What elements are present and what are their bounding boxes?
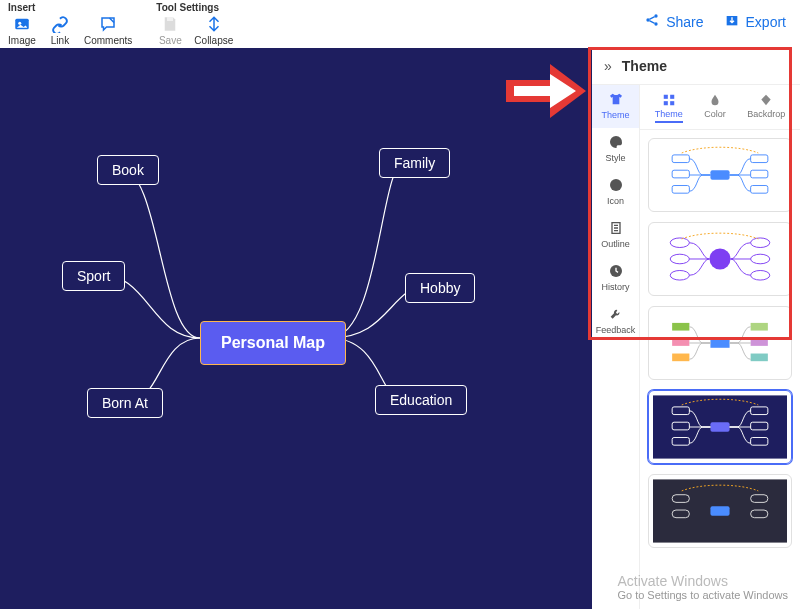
theme-panel: » Theme Theme Style Icon Outline Hist bbox=[592, 48, 800, 609]
subtab-theme[interactable]: Theme bbox=[651, 91, 687, 125]
svg-rect-10 bbox=[663, 101, 667, 105]
svg-point-19 bbox=[709, 248, 730, 269]
panel-header: » Theme bbox=[592, 48, 800, 85]
collapse-icon bbox=[205, 15, 223, 33]
svg-rect-27 bbox=[672, 323, 689, 331]
vtab-feedback-label: Feedback bbox=[596, 325, 636, 335]
svg-rect-14 bbox=[672, 170, 689, 178]
vtab-history[interactable]: History bbox=[592, 257, 639, 300]
link-icon bbox=[51, 15, 69, 33]
link-button[interactable]: Link bbox=[46, 15, 74, 46]
vtab-feedback[interactable]: Feedback bbox=[592, 300, 639, 343]
clock-icon bbox=[608, 263, 624, 279]
palette-icon bbox=[608, 134, 624, 150]
svg-rect-18 bbox=[751, 186, 768, 194]
comments-label: Comments bbox=[84, 35, 132, 46]
export-icon bbox=[724, 12, 740, 31]
node-education[interactable]: Education bbox=[375, 385, 467, 415]
vtab-outline[interactable]: Outline bbox=[592, 214, 639, 257]
svg-rect-17 bbox=[751, 170, 768, 178]
smile-icon bbox=[608, 177, 624, 193]
export-label: Export bbox=[746, 14, 786, 30]
comments-button[interactable]: Comments bbox=[84, 15, 132, 46]
top-toolbar: Insert Image Link Comments Tool Settings… bbox=[0, 0, 800, 48]
vtab-history-label: History bbox=[601, 282, 629, 292]
vtab-style-label: Style bbox=[605, 153, 625, 163]
diamond-icon bbox=[759, 93, 773, 107]
image-label: Image bbox=[8, 35, 36, 46]
svg-point-1 bbox=[18, 22, 21, 25]
svg-rect-8 bbox=[663, 95, 667, 99]
subtab-backdrop[interactable]: Backdrop bbox=[743, 91, 789, 125]
droplet-icon bbox=[708, 93, 722, 107]
subtab-backdrop-label: Backdrop bbox=[747, 109, 785, 119]
image-icon bbox=[13, 15, 31, 33]
node-sport[interactable]: Sport bbox=[62, 261, 125, 291]
insert-group-label: Insert bbox=[8, 2, 132, 13]
node-book[interactable]: Book bbox=[97, 155, 159, 185]
theme-thumbnails bbox=[640, 130, 800, 556]
svg-rect-12 bbox=[710, 170, 729, 180]
theme-thumb-2[interactable] bbox=[648, 222, 792, 296]
svg-point-6 bbox=[610, 179, 622, 191]
share-button[interactable]: Share bbox=[644, 12, 703, 31]
shirt-icon bbox=[608, 91, 624, 107]
watermark-line1: Activate Windows bbox=[617, 573, 788, 589]
theme-thumb-5[interactable] bbox=[648, 474, 792, 548]
comment-icon bbox=[99, 15, 117, 33]
grid-icon bbox=[662, 93, 676, 107]
outline-icon bbox=[608, 220, 624, 236]
collapse-panel-button[interactable]: » bbox=[604, 58, 612, 74]
share-label: Share bbox=[666, 14, 703, 30]
svg-rect-26 bbox=[710, 338, 729, 348]
svg-rect-2 bbox=[167, 17, 173, 21]
subtab-color[interactable]: Color bbox=[700, 91, 730, 125]
svg-rect-13 bbox=[672, 155, 689, 163]
subtab-color-label: Color bbox=[704, 109, 726, 119]
panel-title: Theme bbox=[622, 58, 667, 74]
theme-content: Theme Color Backdrop bbox=[640, 85, 800, 609]
svg-rect-15 bbox=[672, 186, 689, 194]
share-icon bbox=[644, 12, 660, 31]
export-button[interactable]: Export bbox=[724, 12, 786, 31]
link-label: Link bbox=[51, 35, 69, 46]
svg-rect-32 bbox=[751, 354, 768, 362]
save-label: Save bbox=[159, 35, 182, 46]
theme-thumb-1[interactable] bbox=[648, 138, 792, 212]
node-center[interactable]: Personal Map bbox=[200, 321, 346, 365]
vtab-icon[interactable]: Icon bbox=[592, 171, 639, 214]
image-button[interactable]: Image bbox=[8, 15, 36, 46]
subtab-theme-label: Theme bbox=[655, 109, 683, 123]
node-family[interactable]: Family bbox=[379, 148, 450, 178]
vtab-theme-label: Theme bbox=[601, 110, 629, 120]
panel-vtabs: Theme Style Icon Outline History Feedbac… bbox=[592, 85, 640, 609]
vtab-outline-label: Outline bbox=[601, 239, 630, 249]
theme-thumb-3[interactable] bbox=[648, 306, 792, 380]
save-icon bbox=[161, 15, 179, 33]
svg-rect-34 bbox=[710, 422, 729, 432]
vtab-theme[interactable]: Theme bbox=[592, 85, 639, 128]
svg-rect-30 bbox=[751, 323, 768, 331]
windows-watermark: Activate Windows Go to Settings to activ… bbox=[617, 573, 788, 601]
tool-settings-group: Tool Settings Save Collapse bbox=[156, 2, 233, 46]
svg-point-22 bbox=[670, 270, 689, 280]
save-button[interactable]: Save bbox=[156, 15, 184, 46]
svg-rect-9 bbox=[670, 95, 674, 99]
watermark-line2: Go to Settings to activate Windows bbox=[617, 589, 788, 601]
svg-rect-31 bbox=[751, 338, 768, 346]
vtab-style[interactable]: Style bbox=[592, 128, 639, 171]
insert-group: Insert Image Link Comments bbox=[8, 2, 132, 46]
svg-point-20 bbox=[670, 238, 689, 248]
svg-rect-11 bbox=[670, 101, 674, 105]
svg-rect-42 bbox=[710, 506, 729, 516]
collapse-button[interactable]: Collapse bbox=[194, 15, 233, 46]
theme-thumb-4[interactable] bbox=[648, 390, 792, 464]
svg-rect-16 bbox=[751, 155, 768, 163]
node-hobby[interactable]: Hobby bbox=[405, 273, 475, 303]
tool-group-label: Tool Settings bbox=[156, 2, 233, 13]
node-born[interactable]: Born At bbox=[87, 388, 163, 418]
collapse-label: Collapse bbox=[194, 35, 233, 46]
svg-point-25 bbox=[751, 270, 770, 280]
svg-point-21 bbox=[670, 254, 689, 264]
theme-subtabs: Theme Color Backdrop bbox=[640, 85, 800, 130]
